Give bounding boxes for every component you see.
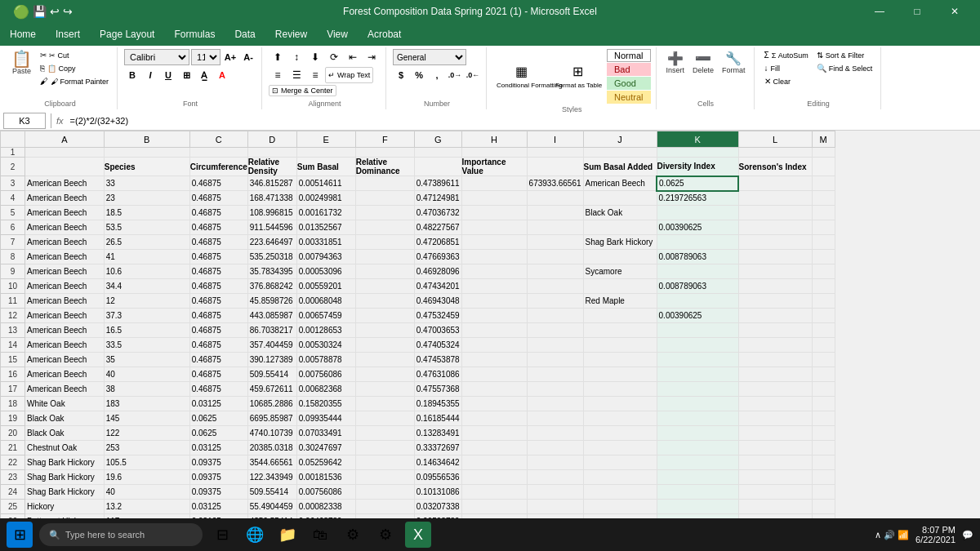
col-header-J[interactable]: J xyxy=(583,131,657,148)
clear-btn[interactable]: ✕ Clear xyxy=(761,75,812,87)
bold-btn[interactable]: B xyxy=(124,67,140,83)
minimize-btn[interactable]: — xyxy=(861,0,898,23)
sheet-wrapper[interactable]: A B C D E F G H I J K L M 1 xyxy=(0,131,980,533)
table-row: 5American Beech18.50.46875108.9968150.00… xyxy=(1,206,835,220)
format-btn[interactable]: 🔧 Format xyxy=(719,49,749,76)
decrease-font-btn[interactable]: A- xyxy=(240,49,256,65)
col-header-L[interactable]: L xyxy=(738,131,812,148)
find-icon: 🔍 xyxy=(817,64,826,73)
font-size-select[interactable]: 11 xyxy=(191,49,220,65)
col-header-A[interactable]: A xyxy=(25,131,105,148)
fill-color-btn[interactable]: A̲ xyxy=(196,67,212,83)
align-top-btn[interactable]: ⬆ xyxy=(269,49,287,65)
style-good[interactable]: Good xyxy=(607,77,650,90)
align-middle-btn[interactable]: ↕ xyxy=(287,49,305,65)
indent-decrease-btn[interactable]: ⇤ xyxy=(344,49,362,65)
align-center-btn[interactable]: ☰ xyxy=(287,67,305,83)
italic-btn[interactable]: I xyxy=(142,67,158,83)
maximize-btn[interactable]: □ xyxy=(898,0,936,23)
task-view-btn[interactable]: ⊟ xyxy=(209,522,235,548)
start-btn[interactable]: ⊞ xyxy=(7,522,33,548)
copy-button[interactable]: ⎘ 📋 Copy xyxy=(37,62,112,74)
clipboard-controls: 📋 Paste ✂ ✂ Cut ⎘ 📋 Copy 🖌 🖌 Format Pain… xyxy=(8,49,112,98)
format-as-table-btn[interactable]: ⊞ Format as Table xyxy=(552,62,604,91)
copy-icon: ⎘ xyxy=(40,64,45,73)
cell-reference-input[interactable] xyxy=(3,113,46,129)
undo-btn[interactable]: ↩ xyxy=(50,5,60,18)
font-color-btn[interactable]: A xyxy=(214,67,230,83)
text-direction-btn[interactable]: ⟳ xyxy=(325,49,343,65)
tab-data[interactable]: Data xyxy=(225,23,265,46)
col-header-F[interactable]: F xyxy=(355,131,414,148)
notification-btn[interactable]: 💬 xyxy=(962,530,973,540)
close-btn[interactable]: ✕ xyxy=(936,0,973,23)
clock-time: 8:07 PM xyxy=(915,525,956,535)
col-header-K[interactable]: K xyxy=(657,131,738,148)
decrease-decimal-btn[interactable]: .0← xyxy=(465,67,481,83)
redo-btn[interactable]: ↪ xyxy=(63,5,73,18)
sigma-icon: Σ xyxy=(764,51,769,60)
insert-btn[interactable]: ➕ Insert xyxy=(663,49,688,76)
edge-btn[interactable]: 🌐 xyxy=(242,522,268,548)
fill-btn[interactable]: ↓ Fill xyxy=(761,62,812,74)
increase-font-btn[interactable]: A+ xyxy=(222,49,238,65)
delete-btn[interactable]: ➖ Delete xyxy=(689,49,717,76)
tab-insert[interactable]: Insert xyxy=(46,23,90,46)
col-header-B[interactable]: B xyxy=(104,131,189,148)
save-btn[interactable]: 💾 xyxy=(33,5,47,18)
tab-acrobat[interactable]: Acrobat xyxy=(358,23,411,46)
table-row: 23Shag Bark Hickory19.60.09375122.343949… xyxy=(1,470,835,485)
find-select-btn[interactable]: 🔍 Find & Select xyxy=(813,62,876,74)
table-row: 2 Species Circumference Relative Density… xyxy=(1,158,835,176)
window-title: Forest Composition Data Spring 2021 (1) … xyxy=(79,6,861,17)
sort-filter-btn[interactable]: ⇅ Sort & Filter xyxy=(813,49,876,61)
tab-formulas[interactable]: Formulas xyxy=(164,23,225,46)
underline-btn[interactable]: U xyxy=(160,67,176,83)
col-header-G[interactable]: G xyxy=(414,131,461,148)
chrome-btn[interactable]: ⚙ xyxy=(340,522,366,548)
format-painter-button[interactable]: 🖌 🖌 Format Painter xyxy=(37,75,112,87)
tab-view[interactable]: View xyxy=(317,23,358,46)
align-bottom-btn[interactable]: ⬇ xyxy=(306,49,324,65)
table-row: 19Black Oak1450.06256695.859870.09935444… xyxy=(1,411,835,426)
percent-btn[interactable]: % xyxy=(411,67,427,83)
tab-home[interactable]: Home xyxy=(0,23,46,46)
style-bad[interactable]: Bad xyxy=(607,63,650,76)
indent-increase-btn[interactable]: ⇥ xyxy=(363,49,381,65)
wrap-text-btn[interactable]: ↵ Wrap Text xyxy=(325,67,373,83)
paste-button[interactable]: 📋 Paste xyxy=(8,49,35,77)
col-header-C[interactable]: C xyxy=(189,131,247,148)
accounting-btn[interactable]: $ xyxy=(393,67,409,83)
store-btn[interactable]: 🛍 xyxy=(307,522,333,548)
style-normal[interactable]: Normal xyxy=(607,49,650,62)
taskbar-search[interactable]: 🔍 Type here to search xyxy=(39,523,203,546)
table-row: 18White Oak1830.0312510685.28860.1582035… xyxy=(1,397,835,411)
col-header-I[interactable]: I xyxy=(527,131,583,148)
file-explorer-btn[interactable]: 📁 xyxy=(274,522,301,548)
cut-button[interactable]: ✂ ✂ Cut xyxy=(37,49,112,61)
settings-btn[interactable]: ⚙ xyxy=(372,522,399,548)
align-left-btn[interactable]: ≡ xyxy=(269,67,287,83)
merge-center-btn[interactable]: ⊡ Merge & Center xyxy=(269,85,336,96)
font-name-select[interactable]: Calibri xyxy=(124,49,189,65)
tab-page-layout[interactable]: Page Layout xyxy=(90,23,164,46)
col-header-H[interactable]: H xyxy=(461,131,527,148)
col-header-D[interactable]: D xyxy=(247,131,296,148)
border-btn[interactable]: ⊞ xyxy=(178,67,194,83)
col-header-M[interactable]: M xyxy=(812,131,835,148)
align-right-btn[interactable]: ≡ xyxy=(306,67,324,83)
formula-input[interactable] xyxy=(67,113,977,129)
autosum-btn[interactable]: Σ Σ AutoSum xyxy=(761,49,812,61)
paste-icon: 📋 xyxy=(11,51,32,67)
style-neutral[interactable]: Neutral xyxy=(607,91,650,104)
window-controls: — □ ✕ xyxy=(861,0,973,23)
excel-taskbar-btn[interactable]: X xyxy=(405,522,431,548)
delete-icon: ➖ xyxy=(695,51,711,66)
conditional-formatting-btn[interactable]: ▦ Conditional Formatting xyxy=(493,62,549,91)
col-header-E[interactable]: E xyxy=(296,131,355,148)
comma-btn[interactable]: , xyxy=(429,67,445,83)
system-tray: ∧ 🔊 📶 8:07 PM 6/22/2021 💬 xyxy=(875,525,973,544)
number-format-select[interactable]: General xyxy=(393,49,466,65)
increase-decimal-btn[interactable]: .0→ xyxy=(447,67,463,83)
tab-review[interactable]: Review xyxy=(265,23,317,46)
